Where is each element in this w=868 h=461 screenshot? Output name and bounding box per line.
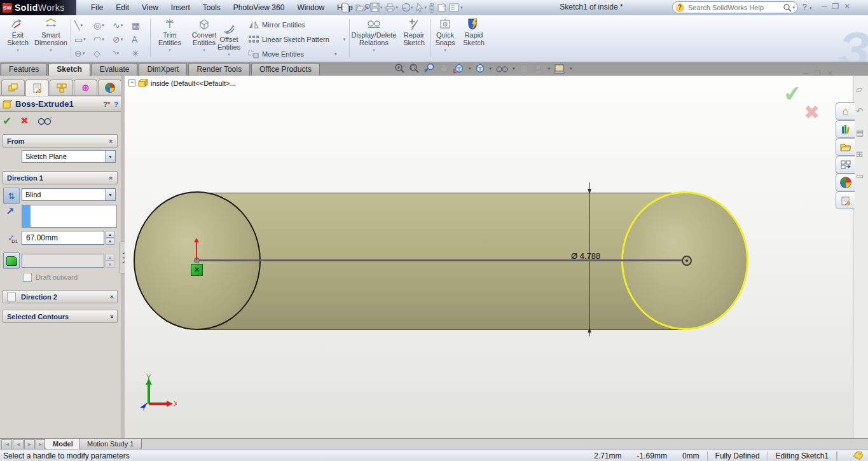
close-button[interactable]: ✕ (844, 2, 850, 11)
ellipse-tool[interactable]: ⊘▾ (113, 34, 123, 45)
selected-contours-section-header[interactable]: Selected Contours« (3, 310, 118, 323)
pm-help-icon[interactable]: ? (114, 100, 118, 108)
section-view-icon[interactable] (439, 63, 449, 74)
draft-button[interactable] (3, 252, 20, 269)
tags-icon[interactable] (853, 451, 863, 460)
slot-tool[interactable]: ⊖▾ (74, 48, 85, 58)
view-orientation-icon[interactable] (453, 63, 464, 74)
edit-appearance-icon[interactable] (519, 64, 529, 74)
help-menu-button[interactable]: ? ▾ (803, 3, 812, 11)
menu-view[interactable]: View (136, 1, 164, 14)
display-delete-relations-button[interactable]: Display/Delete Relations▾ (351, 17, 397, 53)
tree-expand-icon[interactable]: + (128, 79, 135, 86)
quick-snaps-button[interactable]: Quick Snaps▾ (432, 17, 458, 53)
ok-button[interactable]: ✔ (3, 114, 11, 128)
draft-outward-checkbox[interactable] (23, 273, 32, 282)
menu-insert[interactable]: Insert (165, 1, 196, 14)
offset-entities-button[interactable]: Offset Entities▾ (214, 22, 244, 57)
help-search-box[interactable]: ? ▾ (672, 1, 798, 13)
spline-tool[interactable]: ∿▾ (113, 20, 123, 31)
tab-evaluate[interactable]: Evaluate (92, 63, 138, 76)
sketch-fillet-tool[interactable]: ◝▾ (113, 48, 119, 58)
confirmation-cancel-icon[interactable]: ✖ (804, 101, 820, 123)
graphics-area[interactable]: + inside (Default<<Default>... Ø 4.788 ✕… (125, 76, 853, 438)
menu-edit[interactable]: Edit (110, 1, 135, 14)
move-entities-button[interactable]: Move Entities ▾ (248, 50, 337, 58)
motion-study-tab[interactable]: Motion Study 1 (79, 439, 142, 450)
circle-tool[interactable]: ◎▾ (93, 20, 104, 31)
menu-tools[interactable]: Tools (197, 1, 226, 14)
display-manager-tab[interactable] (98, 79, 121, 95)
depth-spinner[interactable]: ▲▼ (106, 231, 114, 245)
direction2-checkbox[interactable] (7, 292, 16, 301)
linear-sketch-pattern-button[interactable]: Linear Sketch Pattern ▾ (248, 35, 345, 44)
flyout-feature-tree[interactable]: + inside (Default<<Default>... (128, 79, 236, 87)
detailed-preview-icon[interactable] (38, 116, 52, 125)
polygon-tool[interactable]: ◇ (93, 48, 100, 58)
direction-reference-listbox[interactable] (22, 205, 117, 228)
sketch-centerline[interactable] (197, 259, 687, 261)
search-input[interactable] (687, 3, 783, 12)
tab-features[interactable]: Features (1, 63, 47, 76)
display-style-icon[interactable] (475, 63, 485, 74)
trim-entities-button[interactable]: Trim Entities▾ (154, 17, 186, 53)
tab-sketch[interactable]: Sketch (48, 63, 90, 76)
sketch-picture-tool[interactable]: ▦ (132, 20, 140, 31)
tab-dimxpert[interactable]: DimXpert (139, 63, 187, 76)
zoom-area-icon[interactable] (409, 63, 420, 74)
rebuild-button[interactable] (428, 1, 436, 14)
end-condition-dropdown[interactable]: Blind▼ (22, 188, 116, 201)
cylinder-body[interactable] (197, 193, 685, 330)
search-magnifier-icon[interactable] (783, 3, 792, 12)
print-button[interactable]: ▾ (384, 1, 399, 14)
whats-wrong-icon[interactable]: ?* (103, 100, 110, 108)
menu-window[interactable]: Window (291, 1, 330, 14)
tab-render-tools[interactable]: Render Tools (188, 63, 250, 76)
open-button[interactable]: ▾ (354, 1, 369, 14)
dimxpert-manager-tab[interactable]: ⊕ (74, 79, 97, 95)
repair-sketch-button[interactable]: Repair Sketch (399, 17, 429, 46)
custom-properties-tab[interactable] (836, 191, 855, 209)
arc-tool[interactable]: ◠▾ (93, 34, 104, 45)
options-button[interactable]: ▾ (448, 1, 464, 14)
undo-button[interactable]: ▾ (399, 1, 414, 14)
save-button[interactable]: ▾ (369, 1, 383, 14)
mirror-entities-button[interactable]: Mirror Entities (248, 20, 305, 29)
zoom-fit-icon[interactable] (394, 63, 405, 74)
reverse-direction-button[interactable]: ⇅ (3, 188, 20, 204)
restore-button[interactable]: ❐ (832, 2, 839, 11)
design-library-tab[interactable] (836, 120, 855, 138)
view-settings-icon[interactable] (554, 64, 565, 74)
fixed-relation-icon[interactable]: ✕ (191, 264, 203, 276)
scroll-next-button[interactable]: ▶ (24, 439, 35, 450)
zoom-to-selection-icon[interactable] (424, 63, 435, 74)
point-tool[interactable]: ✳ (132, 48, 139, 58)
file-explorer-tab[interactable] (836, 138, 855, 156)
direction1-section-header[interactable]: Direction 1« (3, 171, 118, 184)
file-properties-button[interactable] (436, 1, 448, 14)
menu-file[interactable]: File (85, 1, 109, 14)
draft-outward-option[interactable]: Draft outward (23, 273, 78, 282)
view-palette-tab[interactable] (836, 156, 855, 174)
line-tool[interactable]: ╲▾ (74, 20, 83, 31)
model-tab[interactable]: Model (45, 439, 81, 450)
cancel-button[interactable]: ✖ (20, 115, 29, 127)
sketch-text-tool[interactable]: A (132, 34, 137, 45)
search-scope-caret[interactable]: ▾ (792, 5, 795, 10)
apply-scene-icon[interactable] (533, 64, 544, 74)
hide-show-items-icon[interactable] (495, 64, 508, 73)
configuration-manager-tab[interactable] (50, 79, 73, 95)
solidworks-resources-tab[interactable]: ⌂ (836, 102, 855, 120)
menu-photoview360[interactable]: PhotoView 360 (228, 1, 291, 14)
minimize-button[interactable]: ─ (822, 2, 827, 11)
property-manager-tab[interactable] (25, 79, 49, 96)
from-section-header[interactable]: From« (3, 134, 118, 148)
rapid-sketch-button[interactable]: Rapid Sketch (459, 17, 488, 46)
exit-sketch-button[interactable]: Exit Sketch▾ (3, 17, 33, 53)
depth-input[interactable]: 67.00mm (22, 231, 104, 245)
direction2-section-header[interactable]: Direction 2« (3, 290, 118, 303)
rectangle-tool[interactable]: ▭▾ (74, 34, 86, 45)
select-cursor-button[interactable]: ▾ (415, 1, 428, 14)
feature-manager-tab[interactable] (1, 79, 25, 95)
appearances-scenes-tab[interactable] (836, 174, 855, 191)
